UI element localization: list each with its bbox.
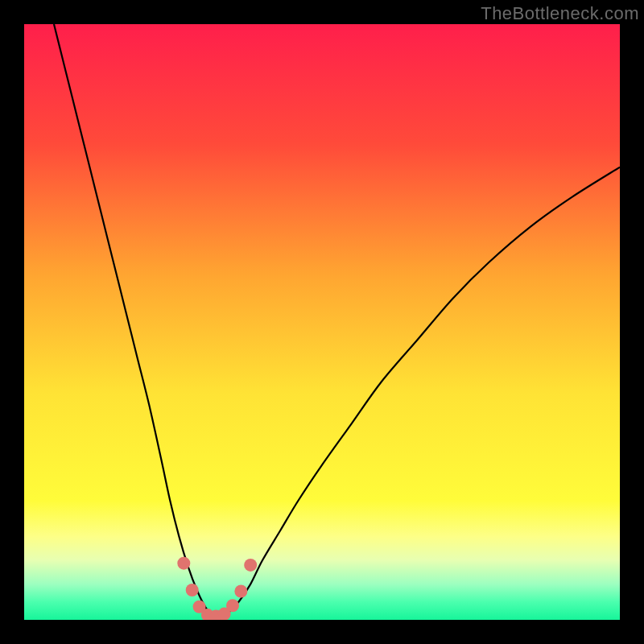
bottleneck-dot <box>226 599 239 612</box>
bottleneck-curve <box>54 24 620 617</box>
bottleneck-dot <box>177 557 190 570</box>
bottleneck-dots <box>177 557 257 620</box>
chart-frame: TheBottleneck.com <box>0 0 644 644</box>
bottleneck-dot <box>234 584 247 597</box>
curve-layer <box>24 24 620 620</box>
bottleneck-dot <box>244 559 257 572</box>
plot-area <box>24 24 620 620</box>
bottleneck-dot <box>186 584 199 597</box>
watermark-text: TheBottleneck.com <box>481 3 639 24</box>
